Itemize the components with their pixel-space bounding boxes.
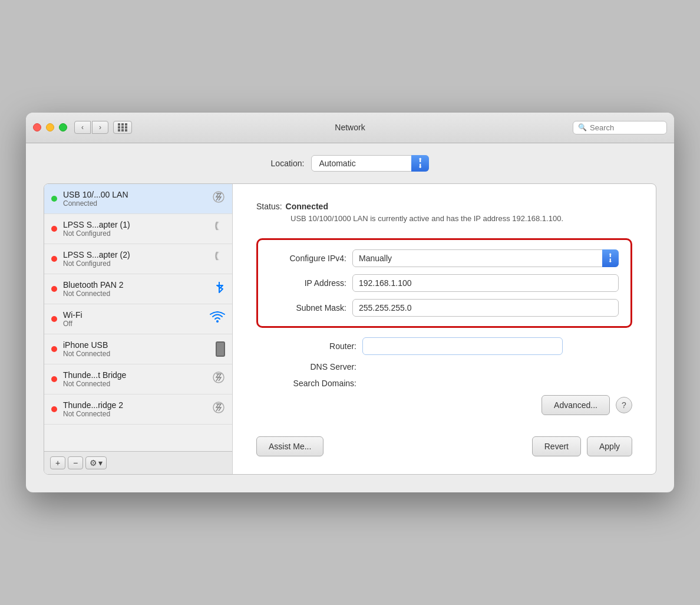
phone-icon [212,221,225,236]
search-box[interactable]: 🔍 [573,121,667,134]
chevron-down-icon: ▾ [98,458,103,468]
window-title: Network [335,123,365,132]
sidebar: USB 10/...00 LAN Connected [44,184,233,474]
subnet-mask-label: Subnet Mask: [270,303,346,313]
network-window: ‹ › Network 🔍 Location: Automatic [26,113,674,492]
remove-button[interactable]: − [68,456,83,469]
gear-button[interactable]: ⚙ ▾ [85,456,107,469]
sidebar-item-name: Thunde...ridge 2 [63,400,207,410]
sidebar-item-status: Not Connected [63,410,207,418]
search-domains-row: Search Domains: [256,379,632,388]
location-label: Location: [271,159,305,168]
apply-button[interactable]: Apply [587,436,632,456]
ip-address-label: IP Address: [270,278,346,288]
search-input[interactable] [590,123,662,132]
sidebar-item-status: Not Configured [63,259,207,268]
close-button[interactable] [33,123,41,131]
bottom-action-row: Assist Me... Revert Apply [256,436,632,456]
advanced-row: Advanced... ? [256,395,632,415]
gear-icon: ⚙ [90,458,97,468]
sidebar-item-lpss-1[interactable]: LPSS S...apter (1) Not Configured [44,214,232,244]
status-dot-red [51,376,57,382]
sidebar-item-iphone-usb[interactable]: iPhone USB Not Connected [44,334,232,364]
sidebar-item-name: Wi-Fi [63,310,203,320]
ip-address-row: IP Address: [270,274,619,292]
sidebar-item-name: iPhone USB [63,340,211,350]
status-dot-red [51,226,57,232]
content: Location: Automatic ⬆⬇ USB 1 [26,143,674,492]
sidebar-item-thunder2[interactable]: Thunde...ridge 2 Not Connected [44,394,232,425]
status-description: USB 10/100/1000 LAN is currently active … [256,213,632,224]
status-dot-red [51,406,57,412]
search-domains-label: Search Domains: [256,379,356,388]
minimize-button[interactable] [46,123,54,131]
thunderbolt-icon [212,191,225,206]
iphone-icon [216,341,225,357]
bluetooth-icon [213,281,225,297]
grid-icon [118,123,128,131]
sidebar-item-lpss-2[interactable]: LPSS S...apter (2) Not Configured [44,244,232,274]
assist-me-button[interactable]: Assist Me... [256,436,323,456]
sidebar-item-name: Thunde...t Bridge [63,370,207,380]
status-dot-red [51,286,57,292]
forward-button[interactable]: › [92,121,108,134]
thunderbolt3-icon [212,402,225,416]
location-bar: Location: Automatic ⬆⬇ [44,155,656,172]
status-dot-red [51,256,57,262]
configure-ipv4-select[interactable]: Manually Using DHCP Using DHCP with manu… [352,249,619,267]
detail-panel: Status: Connected USB 10/100/1000 LAN is… [233,184,656,474]
sidebar-item-status: Connected [63,199,207,208]
dns-server-row: DNS Server: [256,362,632,371]
sidebar-item-usb-lan[interactable]: USB 10/...00 LAN Connected [44,184,232,214]
maximize-button[interactable] [59,123,67,131]
traffic-lights [33,123,67,131]
add-button[interactable]: + [50,456,65,469]
sidebar-item-name: USB 10/...00 LAN [63,190,207,199]
sidebar-item-name: LPSS S...apter (2) [63,250,207,259]
status-dot-red [51,316,57,322]
sidebar-item-status: Off [63,320,203,328]
search-icon: 🔍 [578,123,587,131]
router-row: Router: [256,337,632,355]
revert-button[interactable]: Revert [532,436,581,456]
svg-point-1 [216,320,219,323]
grid-button[interactable] [113,121,132,134]
subnet-mask-input[interactable] [352,299,619,317]
sidebar-item-status: Not Configured [63,229,207,238]
status-value: Connected [286,202,328,211]
status-dot-red [51,346,57,352]
configure-ipv4-label: Configure IPv4: [270,254,346,263]
configure-ipv4-select-wrapper: Manually Using DHCP Using DHCP with manu… [352,249,619,267]
sidebar-item-status: Not Connected [63,350,211,358]
dns-server-label: DNS Server: [256,362,356,371]
location-select[interactable]: Automatic [311,155,429,172]
sidebar-item-name: LPSS S...apter (1) [63,220,207,229]
advanced-button[interactable]: Advanced... [541,395,610,415]
sidebar-item-bluetooth[interactable]: Bluetooth PAN 2 Not Connected [44,274,232,304]
thunderbolt2-icon [212,371,225,386]
sidebar-item-wifi[interactable]: Wi-Fi Off [44,304,232,334]
ip-address-input[interactable] [352,274,619,292]
sidebar-item-status: Not Connected [63,380,207,388]
sidebar-item-name: Bluetooth PAN 2 [63,280,209,290]
wifi-icon [207,311,225,326]
subnet-mask-row: Subnet Mask: [270,299,619,317]
back-button[interactable]: ‹ [74,121,91,134]
sidebar-item-thunder1[interactable]: Thunde...t Bridge Not Connected [44,364,232,394]
location-select-wrapper: Automatic ⬆⬇ [311,155,429,172]
sidebar-list: USB 10/...00 LAN Connected [44,184,232,451]
router-label: Router: [256,341,356,351]
config-form: Configure IPv4: Manually Using DHCP Usin… [256,238,632,328]
router-input[interactable] [362,337,563,355]
sidebar-toolbar: + − ⚙ ▾ [44,451,232,474]
help-button[interactable]: ? [616,397,632,413]
status-key: Status: [256,202,282,211]
nav-buttons: ‹ › [74,121,108,134]
main-body: USB 10/...00 LAN Connected [44,183,656,475]
titlebar: ‹ › Network 🔍 [26,113,674,143]
phone-icon [212,251,225,267]
sidebar-item-status: Not Connected [63,290,209,298]
configure-ipv4-row: Configure IPv4: Manually Using DHCP Usin… [270,249,619,267]
bottom-left-buttons: Assist Me... [256,436,323,456]
status-dot-green [51,196,57,202]
